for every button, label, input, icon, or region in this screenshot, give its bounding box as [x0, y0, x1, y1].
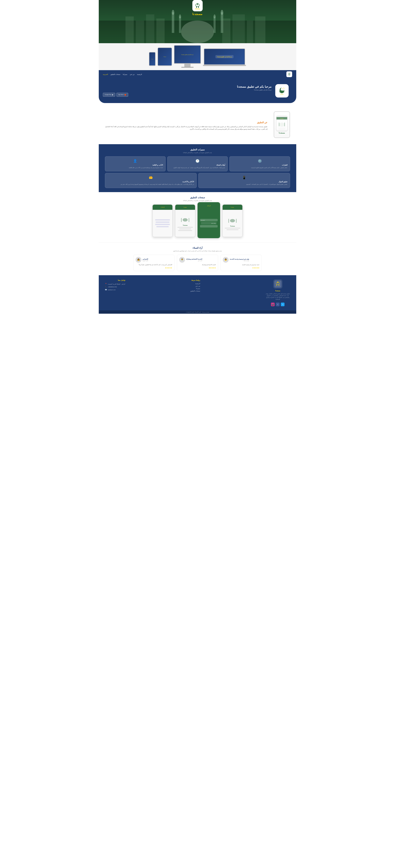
adab-desc: إعداد مخصوصة وشرعية ومشاهدة فيديو من الآ…	[108, 167, 163, 169]
nav-link-trial[interactable]: التجريبية	[103, 74, 108, 75]
reviews-section: أراء العملاء يقدم مجتمع تطبيقات وآراء عم…	[99, 242, 296, 275]
contact-email: opt@aort.com ✉️	[105, 289, 125, 291]
nav-item-trial[interactable]: التجريبية	[103, 73, 108, 75]
nav-link-about[interactable]: من نحن	[130, 74, 134, 75]
ss1-app-name: مسجدنا	[230, 225, 235, 227]
twitter-icon[interactable]: 𝕏	[281, 303, 284, 306]
footer-app-name: مسجدنا	[275, 290, 280, 292]
feature-card-mobile: 📱 تطبيق الجوال يتضمن تطبيق الجوال جميع ا…	[198, 173, 290, 188]
feature-card-khiyarat: ⚙️ الخيارات تحكم مخصص - تحكم بضبط الأذان…	[230, 156, 290, 171]
svg-rect-48	[229, 219, 229, 223]
welcome-section: مسجدنا مرحبا بكم في تطبيق مسجدنا مرحبا ب…	[99, 79, 296, 103]
svg-rect-44	[284, 123, 285, 126]
screenshot-3: مسجدنا مسجدنا	[175, 204, 195, 237]
reviewer-2-info: الخدمة الاجتماعية ومشاركة قدم خير	[186, 258, 202, 261]
screenshot-1: مسجدنا مسجدنا	[222, 204, 243, 237]
laptop-screen-title: مرحبا بكم في تطبيق مسجدنا	[217, 56, 232, 57]
footer-link-screenshots[interactable]: صفحات التطبيق	[190, 290, 200, 292]
svg-rect-12	[233, 14, 245, 43]
review-3-header: الإحساس قبل المزيد 👩	[135, 257, 172, 263]
reviewer-3-avatar: 👩	[135, 257, 141, 263]
svg-point-54	[181, 218, 182, 219]
screenshots-section: صفحات التطبيق يقدم التطبيق مجموعة من الم…	[99, 192, 296, 242]
prayer-icon: 🕐	[170, 159, 225, 163]
welcome-subtitle: مرحبا بكم في تطبيق مسجدنا	[103, 89, 272, 91]
footer: مسجدنا تطبيق مسجدنا هو تطبيق إسلامي متكا…	[99, 275, 296, 310]
contact-address: الرياض - المملكة العربية السعودية 📍	[105, 283, 125, 285]
review-2-stars: ★★★★★	[179, 267, 216, 269]
laptop-device: مرحبا بكم في تطبيق مسجدنا	[203, 49, 246, 66]
reviews-title: أراء العملاء	[105, 247, 290, 249]
reviewer-3-role: قبل المزيد	[143, 260, 148, 261]
facebook-icon[interactable]: f	[276, 303, 280, 306]
features-title: مميزات التطبيق	[105, 148, 290, 151]
svg-point-49	[229, 219, 229, 220]
ss4-header-text: الإعدادات	[161, 207, 164, 208]
nav-item-home[interactable]: الرئيسية	[137, 73, 142, 75]
ss3-app-name: مسجدنا	[183, 224, 188, 226]
instagram-icon[interactable]: 📷	[271, 303, 275, 306]
nav-link-screenshots[interactable]: صفحات التطبيق	[111, 74, 120, 75]
ss2-chat-bubble3: ...	[201, 226, 202, 227]
appstore-label: App Store	[118, 94, 124, 95]
footer-link-about[interactable]: من نحن	[190, 285, 200, 287]
khiyarat-desc: تحكم مخصص - تحكم بضبط الأذان الذي المميز…	[232, 167, 287, 169]
nav-item-screenshots[interactable]: صفحات التطبيق	[111, 73, 120, 75]
nav-item-features[interactable]: مميزاتنا	[123, 73, 127, 75]
contact-phone: 966885521789+ 📞	[105, 286, 125, 288]
svg-rect-5	[179, 17, 181, 33]
footer-quick-links: روابط سريعة الرئيسية من نحن مميزانا صفحا…	[190, 279, 200, 292]
email-icon: ✉️	[105, 289, 107, 291]
nav-logo[interactable]	[286, 71, 292, 77]
copyright-text: تصميم وبرمجة - أوبرا الشركة لتقنية المعل…	[186, 311, 209, 313]
svg-point-2	[181, 21, 214, 43]
svg-text:مسجدنا: مسجدنا	[280, 93, 283, 95]
about-section: مسجدنا مسجدنا عن التطبيق تطبيق مسجدنا يق…	[99, 107, 296, 144]
store-buttons-container: 🍎 App Store ▶ Google Play	[103, 93, 272, 97]
features-section: مميزات التطبيق يقدم التطبيق مجموعة من ال…	[99, 144, 296, 192]
devices-section: مرحبا بكم في تطبيق مسجدنا مرحبا بكم في ت…	[99, 43, 296, 70]
review-2-header: الخدمة الاجتماعية ومشاركة قدم خير 👨‍💼	[179, 257, 216, 263]
about-description: تطبيق مسجدنا يقدم خدمة الواصل الذكي المب…	[105, 125, 268, 130]
screenshot-2: الرسائل السلام عليكم وعليكم السلام ...	[198, 202, 220, 238]
appstore-button[interactable]: 🍎 App Store	[116, 93, 128, 97]
contact-title: تواصل معنا	[105, 279, 125, 281]
svg-rect-14	[255, 17, 265, 43]
nav-link-home[interactable]: الرئيسية	[137, 74, 142, 75]
review-card-1: هيثم خيرة وسيمة وخدمة الخدمة يقدم خدمة 👨…	[220, 255, 262, 271]
apple-icon: 🍎	[124, 94, 126, 96]
footer-link-features[interactable]: مميزانا	[190, 288, 200, 289]
reviewer-1-info: هيثم خيرة وسيمة وخدمة الخدمة يقدم خدمة	[230, 258, 249, 261]
footer-contact: تواصل معنا الرياض - المملكة العربية السع…	[105, 279, 125, 291]
googleplay-button[interactable]: ▶ Google Play	[103, 93, 115, 97]
svg-rect-28	[290, 74, 290, 75]
footer-link-home[interactable]: الرئيسية	[190, 283, 200, 284]
svg-point-52	[183, 218, 188, 221]
nav-link-features[interactable]: مميزاتنا	[123, 74, 127, 75]
ss2-chat-bubble2: وعليكم السلام	[211, 223, 216, 224]
prayer-desc: يعرض أوقات الصلاة لمدة يوم ، الجمعة وأيا…	[170, 167, 225, 169]
about-phone-svg: مسجدنا	[276, 115, 288, 132]
feature-card-azkar: 🤲 الأذكار و الأحاديث من الأذكار والأحادي…	[105, 173, 197, 188]
ss1-mosque-svg	[227, 216, 238, 224]
nav-item-about[interactable]: من نحن	[130, 73, 134, 75]
welcome-logo-svg: مسجدنا	[278, 87, 286, 95]
svg-rect-27	[288, 74, 289, 75]
svg-rect-9	[214, 17, 216, 33]
desktop-screen-title: مرحبا بكم في تطبيق مسجدنا	[181, 54, 194, 55]
contact-email-text: opt@aort.com	[108, 289, 116, 290]
location-icon: 📍	[105, 283, 107, 285]
review-3-text: الإحساس بأنني وجدت كل ما أحتاجه في هذا ا…	[135, 264, 172, 266]
reviewer-3-name: الإحساس	[143, 258, 148, 260]
svg-rect-33	[280, 91, 280, 92]
ss2-chat-bubble1: السلام عليكم	[201, 220, 205, 221]
ss3-mosque-svg	[180, 215, 190, 224]
mobile-title: تطبيق الجوال	[201, 181, 287, 183]
svg-point-36	[284, 90, 284, 91]
svg-text:مسجدنا: مسجدنا	[195, 8, 200, 10]
footer-logo-area: مسجدنا تطبيق مسجدنا هو تطبيق إسلامي متكا…	[265, 279, 290, 306]
about-text-area: عن التطبيق تطبيق مسجدنا يقدم خدمة الواصل…	[105, 121, 268, 130]
footer-bottom: تصميم وبرمجة - أوبرا الشركة لتقنية المعل…	[99, 310, 296, 314]
svg-rect-59	[276, 284, 277, 286]
svg-rect-11	[222, 19, 231, 43]
